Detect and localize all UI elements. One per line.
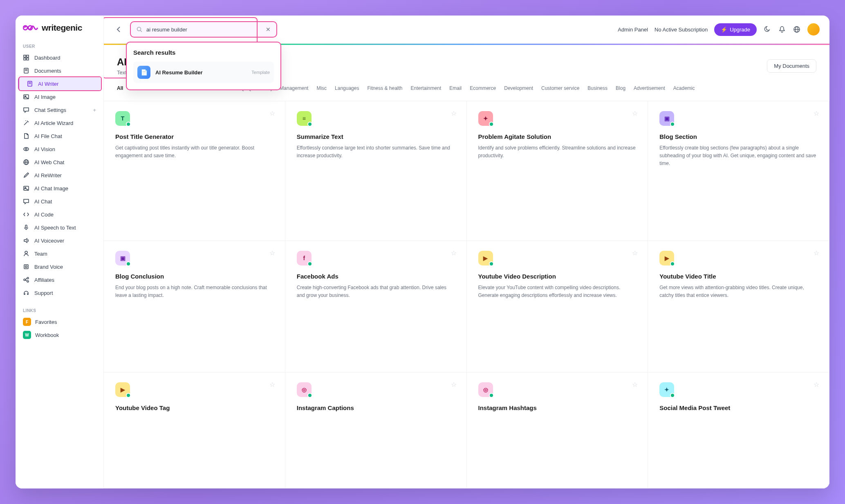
filter-entertainment[interactable]: Entertainment [411,84,442,93]
filter-business[interactable]: Business [587,84,607,93]
template-card[interactable]: ☆ ▶ Youtube Video Title Get more views w… [648,241,829,372]
search-clear-button[interactable]: ✕ [266,26,271,33]
sidebar-item-label: Team [34,251,47,257]
my-documents-button[interactable]: My Documents [767,59,816,73]
template-card[interactable]: ☆ ▶ Youtube Video Tag [104,372,285,488]
template-card[interactable]: ☆ ▣ Blog Section Effortlessly create blo… [648,101,829,241]
chevron-left-icon [117,27,121,32]
star-icon[interactable]: ☆ [632,109,638,117]
theme-toggle[interactable] [763,25,771,33]
star-icon[interactable]: ☆ [632,381,638,388]
star-icon[interactable]: ☆ [451,381,457,388]
sidebar-item-label: AI Chat Image [34,185,68,192]
sidebar-item-ai-rewriter[interactable]: AI ReWriter [16,169,103,182]
star-icon[interactable]: ☆ [451,109,457,117]
sidebar-item-label: Support [34,290,53,296]
star-icon[interactable]: ☆ [814,381,819,388]
svg-rect-23 [24,265,28,269]
sidebar-item-ai-chat[interactable]: AI Chat [16,195,103,208]
sidebar-item-ai-writer[interactable]: AI Writer [18,77,101,90]
upgrade-button[interactable]: ⚡ Upgrade [714,23,757,36]
sidebar-item-ai-voiceover[interactable]: AI Voiceover [16,234,103,247]
subscription-status[interactable]: No Active Subscription [654,27,708,33]
template-card[interactable]: ☆ T Post Title Generator Get captivating… [104,101,285,241]
sidebar-item-ai-article-wizard[interactable]: AI Article Wizard [16,116,103,129]
language-button[interactable] [793,25,801,33]
search-input[interactable] [146,27,262,33]
filter-ecommerce[interactable]: Ecommerce [470,84,496,93]
card-icon: ✦ [659,382,674,397]
plus-icon[interactable]: + [93,107,96,113]
sidebar-item-label: Dashboard [34,55,61,61]
link-favorites[interactable]: FFavorites [16,315,103,328]
star-icon[interactable]: ☆ [814,109,819,117]
template-card[interactable]: ☆ ◎ Instagram Hashtags [467,372,648,488]
admin-panel-link[interactable]: Admin Panel [618,27,648,33]
search-box[interactable]: ✕ [130,21,277,38]
globe-icon [793,26,800,33]
filter-advertisement[interactable]: Advertisement [634,84,665,93]
filter-academic[interactable]: Academic [673,84,695,93]
sidebar-item-ai-image[interactable]: AI Image [16,90,103,103]
filter-blog[interactable]: Blog [616,84,625,93]
link-badge: F [23,318,31,326]
card-title: Facebook Ads [297,273,455,280]
sidebar-item-label: AI File Chat [34,133,62,139]
sidebar-item-ai-speech-to-text[interactable]: AI Speech to Text [16,221,103,234]
link-label: Workbook [35,332,59,338]
doc-icon [23,67,29,74]
filter-all[interactable]: All [117,84,123,93]
sidebar-item-ai-code[interactable]: AI Code [16,208,103,221]
filter-customer-service[interactable]: Customer service [541,84,579,93]
template-card[interactable]: ☆ ▣ Blog Conclusion End your blog posts … [104,241,285,372]
sidebar-item-label: AI Article Wizard [34,120,73,126]
link-workbook[interactable]: WWorkbook [16,328,103,341]
template-card[interactable]: ☆ ▶ Youtube Video Description Elevate yo… [467,241,648,372]
card-description: End your blog posts on a high note. Craf… [115,284,273,299]
avatar[interactable] [807,23,820,36]
sidebar-item-label: AI Chat [34,198,52,205]
filter-development[interactable]: Development [504,84,533,93]
sidebar-item-label: Chat Settings [34,107,66,113]
star-icon[interactable]: ☆ [632,249,638,257]
template-card[interactable]: ☆ ≡ Summarize Text Effortlessly condense… [285,101,467,241]
search-result-item[interactable]: 📄 AI Resume Builder Template [133,62,274,83]
star-icon[interactable]: ☆ [269,249,275,257]
svg-point-26 [27,281,29,282]
filter-fitness-health[interactable]: Fitness & health [367,84,402,93]
sidebar-item-brand-voice[interactable]: Brand Voice [16,260,103,273]
sidebar-item-label: AI Code [34,212,54,218]
template-card[interactable]: ☆ ✦ Problem Agitate Solution Identify an… [467,101,648,241]
card-title: Instagram Captions [297,404,455,411]
filter-email[interactable]: Email [449,84,462,93]
sidebar-item-ai-web-chat[interactable]: AI Web Chat [16,156,103,169]
template-card[interactable]: ☆ ✦ Social Media Post Tweet [648,372,829,488]
svg-point-24 [27,277,29,279]
card-title: Problem Agitate Solution [478,133,637,140]
card-title: Summarize Text [297,133,455,140]
speaker-icon [23,237,29,244]
sidebar-item-label: AI Writer [38,81,58,87]
sidebar-item-ai-chat-image[interactable]: AI Chat Image [16,182,103,195]
sidebar-item-ai-file-chat[interactable]: AI File Chat [16,129,103,143]
filter-languages[interactable]: Languages [335,84,359,93]
notifications-button[interactable] [778,25,786,33]
sidebar-item-team[interactable]: Team [16,247,103,260]
sidebar-item-dashboard[interactable]: Dashboard [16,51,103,64]
logo[interactable]: writegenic [16,23,103,41]
sidebar-item-ai-vision[interactable]: AI Vision [16,143,103,156]
template-card[interactable]: ☆ ◎ Instagram Captions [285,372,467,488]
filter-misc[interactable]: Misc [316,84,327,93]
sidebar-item-support[interactable]: Support [16,286,103,299]
star-icon[interactable]: ☆ [269,109,275,117]
sidebar-item-label: AI Image [34,94,56,100]
sidebar-item-chat-settings[interactable]: Chat Settings+ [16,103,103,116]
template-card[interactable]: ☆ f Facebook Ads Create high-converting … [285,241,467,372]
card-title: Youtube Video Tag [115,404,273,411]
star-icon[interactable]: ☆ [814,249,819,257]
back-button[interactable] [114,25,123,34]
sidebar-item-affiliates[interactable]: Affiliates [16,273,103,286]
sidebar-item-documents[interactable]: Documents [16,64,103,77]
star-icon[interactable]: ☆ [269,381,275,388]
star-icon[interactable]: ☆ [451,249,457,257]
